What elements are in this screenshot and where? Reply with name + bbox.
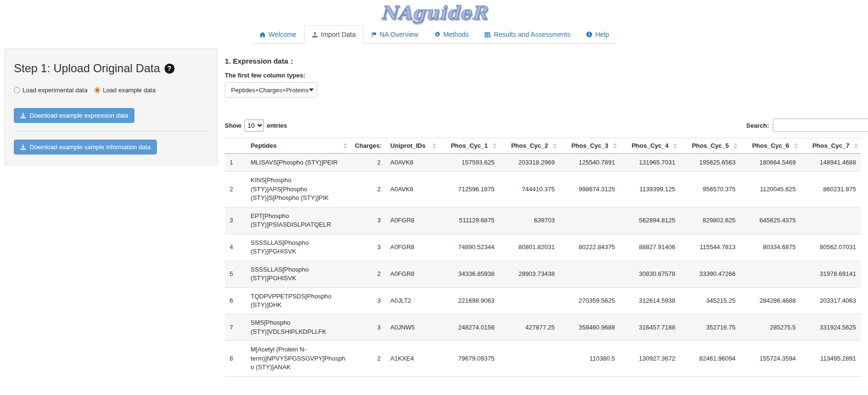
column-header-label: Phos_Cyc_7 <box>813 142 849 149</box>
table-cell: 744410.375 <box>499 172 560 207</box>
table-cell: 195625.6563 <box>680 154 740 172</box>
row-index-cell: 6 <box>225 287 246 314</box>
radio-option-experimental[interactable]: Load experimental data <box>14 87 88 94</box>
table-cell: 180664.5469 <box>740 154 801 172</box>
table-cell: 130927.3672 <box>620 341 680 376</box>
naguider-app: NAguideR WelcomeImport DataNA OverviewMe… <box>0 0 868 395</box>
table-cell: 285275.5 <box>740 314 801 341</box>
table-cell: 2 <box>350 154 385 172</box>
sort-icon <box>432 143 436 149</box>
column-header-label: Charges <box>355 142 380 149</box>
row-index-cell: 2 <box>225 172 246 207</box>
column-types-select[interactable]: Peptides+Charges+Proteins <box>225 82 317 98</box>
page-length-select[interactable]: 10 <box>244 120 264 132</box>
download-sample-info-button[interactable]: Download example sample information data <box>14 140 157 154</box>
table-row[interactable]: 3EPT[Phospho (STY)]PSIASDISLPIATQELR3A0F… <box>225 207 861 234</box>
search-input[interactable] <box>773 119 868 132</box>
table-cell: 3 <box>350 234 385 261</box>
tab-na-overview[interactable]: NA Overview <box>363 25 426 44</box>
table-cell: A0FGR8 <box>385 207 439 234</box>
sort-icon <box>343 143 347 149</box>
search-control: Search: <box>746 119 868 132</box>
column-header-peptides[interactable]: Peptides <box>246 138 350 154</box>
table-cell: 125540.7891 <box>560 154 620 172</box>
radio-input-experimental[interactable] <box>14 87 20 93</box>
table-cell: 80801.82031 <box>499 234 560 261</box>
table-cell: 155724.3594 <box>740 341 801 376</box>
table-row[interactable]: 8M[Acetyl (Protein N-term)]NPVYSPGSSGVPY… <box>225 341 861 376</box>
table-cell: KINS[Phospho (STY)]APS[Phospho (STY)]S[P… <box>246 172 350 207</box>
table-cell: SSSSLLAS[Phospho (STY)]PGHISVK <box>246 261 350 287</box>
tab-methods[interactable]: Methods <box>426 25 477 44</box>
column-header-phos_cyc_3[interactable]: Phos_Cyc_3 <box>560 138 620 154</box>
table-icon <box>484 32 491 38</box>
caret-down-icon <box>309 88 314 91</box>
table-cell <box>801 207 861 234</box>
radio-label: Load experimental data <box>22 87 88 94</box>
table-cell: 829802.625 <box>680 207 740 234</box>
content-area: Step 1: Upload Original Data ? Load expe… <box>0 48 868 377</box>
table-cell: 562894.8125 <box>620 207 680 234</box>
column-header-phos_cyc_6[interactable]: Phos_Cyc_6 <box>740 138 801 154</box>
tab-import-data[interactable]: Import Data <box>304 25 363 44</box>
column-header-label: Uniprot_IDs <box>390 142 426 149</box>
column-header-label: Phos_Cyc_5 <box>692 142 729 149</box>
column-header-label: Phos_Cyc_1 <box>451 142 488 149</box>
table-cell: 3 <box>350 314 385 341</box>
table-cell: 110380.5 <box>560 341 620 376</box>
table-cell: 157593.625 <box>439 154 499 172</box>
table-cell: 33390.47266 <box>680 261 740 287</box>
download-expression-data-button[interactable]: Download example expression data <box>14 108 134 123</box>
table-cell: 31978.69141 <box>801 261 861 287</box>
show-label: Show <box>225 122 242 129</box>
column-header-uniprot_ids[interactable]: Uniprot_IDs <box>385 138 439 154</box>
table-cell: M[Acetyl (Protein N-term)]NPVYSPGSSGVPY[… <box>246 341 350 376</box>
table-cell: 203317.4063 <box>801 287 861 314</box>
tab-help[interactable]: Help <box>578 25 617 44</box>
table-row[interactable]: 6TQDPVPPETPSDS[Phospho (STY)]DHK3A0JLT22… <box>225 287 861 314</box>
table-cell: 88827.91406 <box>620 234 680 261</box>
table-row[interactable]: 5SSSSLLAS[Phospho (STY)]PGHISVK2A0FGR834… <box>225 261 861 287</box>
table-cell: 345215.25 <box>680 287 740 314</box>
table-cell: 2 <box>350 261 385 287</box>
table-cell: 148941.4688 <box>801 154 861 172</box>
sort-icon <box>854 143 858 149</box>
table-cell: 34336.85938 <box>439 261 499 287</box>
radio-option-example[interactable]: Load example data <box>94 87 156 94</box>
download-icon <box>20 144 26 150</box>
table-cell: 645625.4375 <box>740 207 801 234</box>
search-label: Search: <box>746 122 769 129</box>
nav-tab-list: WelcomeImport DataNA OverviewMethodsResu… <box>252 25 617 44</box>
home-icon <box>259 32 266 38</box>
column-header-phos_cyc_2[interactable]: Phos_Cyc_2 <box>499 138 560 154</box>
table-cell: A1KXE4 <box>385 341 439 376</box>
column-header-charges[interactable]: Charges <box>350 138 385 154</box>
page-length-control: Show 10 entries <box>225 120 287 132</box>
row-index-cell: 3 <box>225 207 246 234</box>
question-circle-icon[interactable]: ? <box>165 64 175 74</box>
table-cell: 316457.7188 <box>620 314 680 341</box>
column-header-phos_cyc_4[interactable]: Phos_Cyc_4 <box>620 138 680 154</box>
tab-welcome[interactable]: Welcome <box>252 25 304 44</box>
sort-icon <box>794 143 798 149</box>
column-header-phos_cyc_1[interactable]: Phos_Cyc_1 <box>439 138 499 154</box>
row-index-cell: 1 <box>225 154 246 172</box>
data-source-radio-group: Load experimental dataLoad example data <box>14 87 208 94</box>
table-cell: 113495.2891 <box>801 341 861 376</box>
table-row[interactable]: 1MLISAVS[Phospho (STY)]PEIR2A0AVK6157593… <box>225 154 861 172</box>
table-cell: TQDPVPPETPSDS[Phospho (STY)]DHK <box>246 287 350 314</box>
tab-results[interactable]: Results and Assessments <box>476 25 578 44</box>
table-cell <box>499 287 560 314</box>
sort-icon <box>734 143 737 149</box>
column-header-phos_cyc_7[interactable]: Phos_Cyc_7 <box>801 138 861 154</box>
table-row[interactable]: 7SMS[Phospho (STY)]VDLSHIPLKDPLLFK3A0JNW… <box>225 314 861 341</box>
section-title: 1. Expression data： <box>225 57 861 66</box>
app-logo: NAguideR <box>381 2 487 23</box>
radio-input-example[interactable] <box>94 87 100 93</box>
table-row[interactable]: 2KINS[Phospho (STY)]APS[Phospho (STY)]S[… <box>225 172 861 207</box>
table-cell: 639703 <box>499 207 560 234</box>
table-row[interactable]: 4SSSSLLAS[Phospho (STY)]PGHISVK3A0FGR874… <box>225 234 861 261</box>
expression-section: 1. Expression data： The first few column… <box>225 57 861 98</box>
column-header-phos_cyc_5[interactable]: Phos_Cyc_5 <box>680 138 740 154</box>
table-cell: EPT[Phospho (STY)]PSIASDISLPIATQELR <box>246 207 350 234</box>
